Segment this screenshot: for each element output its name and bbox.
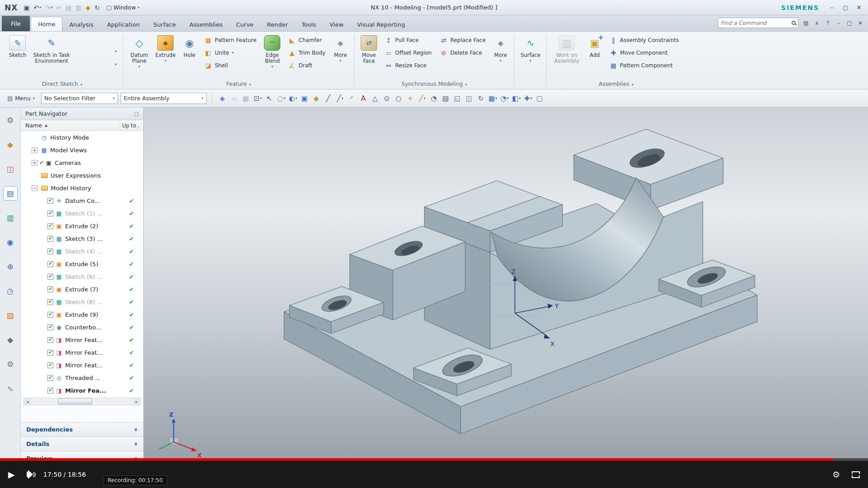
spline-tool-icon[interactable] (73, 59, 85, 70)
tree-item[interactable]: ▦ Sketch (4) ... ✔ (21, 245, 143, 258)
toolbar-icon[interactable]: ▱ (229, 92, 240, 104)
chevron-down-icon[interactable]: ▾ (113, 46, 119, 57)
resource-bar-icon[interactable]: ▨ (3, 308, 18, 323)
ribbon-tab[interactable]: Application (100, 18, 147, 31)
tree-item[interactable]: + ▦ Model Views (21, 144, 143, 156)
toolbar-icon[interactable]: ◔ (429, 92, 440, 104)
expand-toggle-icon[interactable] (39, 388, 45, 394)
toolbar-icon[interactable]: ◐▾ (288, 92, 299, 104)
visibility-checkbox[interactable] (47, 211, 53, 216)
toolbar-icon[interactable]: ✚▾ (523, 92, 534, 104)
column-header-up-to-date[interactable]: Up to . (120, 120, 143, 131)
toolbar-icon[interactable]: ▤ (440, 92, 452, 104)
sketch-button[interactable]: ✎ Sketch (5, 33, 31, 80)
toolbar-icon[interactable]: △ (370, 92, 381, 104)
toolbar-icon[interactable]: ▣ (299, 92, 311, 104)
extrude-button[interactable]: ◆ Extrude ▾ (153, 33, 178, 80)
3d-model-pillow-block[interactable]: Z Y X Z X (144, 108, 868, 458)
toolbar-icon[interactable]: ▦▾ (487, 92, 499, 104)
expand-toggle-icon[interactable] (39, 286, 45, 292)
volume-icon[interactable] (27, 472, 30, 477)
toolbar-icon[interactable]: ◫ (464, 92, 475, 104)
tree-item[interactable]: ▦ Sketch (6) ... ✔ (21, 270, 143, 283)
expand-toggle-icon[interactable] (32, 173, 38, 178)
toolbar-icon[interactable]: ◈ (217, 92, 228, 104)
ribbon-tab[interactable]: Analysis (62, 18, 100, 31)
toolbar-icon[interactable]: ⊙ (382, 92, 393, 104)
visibility-checkbox[interactable] (47, 274, 53, 280)
resource-bar-icon[interactable]: ◷ (3, 284, 18, 298)
ribbon-tab[interactable]: View (323, 18, 350, 31)
toolbar-icon[interactable]: ◆ (311, 92, 322, 104)
expand-toggle-icon[interactable] (39, 274, 45, 280)
ribbon-tab[interactable]: File (2, 16, 30, 31)
resource-bar-icon[interactable]: ▤ (3, 186, 18, 201)
column-header-name[interactable]: Name▲ (21, 122, 120, 129)
resource-bar-icon[interactable]: ◆ (3, 137, 18, 152)
expand-toggle-icon[interactable] (39, 350, 45, 356)
toolbar-icon[interactable]: ╱▾ (335, 92, 346, 104)
expand-toggle-icon[interactable]: + (32, 160, 38, 166)
ribbon-right-icon[interactable]: – (834, 19, 844, 28)
group-label-assemblies[interactable]: Assemblies (547, 80, 685, 89)
find-command-box[interactable] (718, 18, 798, 28)
toolbar-icon[interactable]: ↖ (264, 92, 275, 104)
tree-item[interactable]: ◨ Mirror Feat... ✔ (21, 346, 143, 359)
expand-toggle-icon[interactable] (39, 198, 45, 204)
surface-button[interactable]: ∿ Surface ▾ (518, 33, 543, 80)
visibility-checkbox[interactable] (47, 312, 53, 318)
scrollbar-thumb[interactable] (58, 399, 93, 404)
tree-item[interactable]: ◉ Counterbo... ✔ (21, 321, 143, 333)
tree-item[interactable]: ▦ Sketch (8) ... ✔ (21, 296, 143, 308)
toolbar-icon[interactable]: ○ (393, 92, 405, 104)
move-face-button[interactable]: ⇄ Move Face (358, 33, 380, 80)
tree-item[interactable]: + ✔ ▣ Cameras (21, 156, 143, 169)
tree-item[interactable]: ◷ History Mode (21, 131, 143, 144)
tree-item[interactable]: ▣ Extrude (7) ✔ (21, 283, 143, 296)
tree-item[interactable]: ▣ Extrude (5) ✔ (21, 258, 143, 270)
ribbon-tab[interactable]: Surface (146, 18, 183, 31)
quick-access-icon[interactable]: ▥ (74, 2, 83, 13)
resource-bar-icon[interactable]: ◉ (3, 235, 18, 249)
arc-tool-icon[interactable] (73, 46, 85, 57)
expand-toggle-icon[interactable] (39, 236, 45, 242)
toolbar-icon[interactable]: + (405, 92, 416, 104)
toolbar-icon[interactable]: ╱ (323, 92, 334, 104)
window-control-button[interactable]: – (826, 3, 838, 13)
visibility-checkbox[interactable] (47, 388, 53, 394)
ribbon-tab[interactable]: Tools (295, 18, 323, 31)
quick-access-icon[interactable]: ↶▾ (33, 2, 43, 13)
quick-access-icon[interactable]: ↻ (93, 2, 102, 13)
visibility-checkbox[interactable] (47, 249, 53, 254)
draft-button[interactable]: ∠Draft (286, 60, 327, 71)
move-component-button[interactable]: ✚Move Component (608, 47, 680, 58)
visibility-checkbox[interactable] (47, 261, 53, 267)
edge-blend-button[interactable]: ◠ Edge Blend ▾ (261, 33, 283, 80)
ribbon-right-icon[interactable]: ∧ (812, 19, 822, 28)
sketch-in-task-environment-button[interactable]: ✎ Sketch in Task Environment (32, 33, 71, 80)
replace-face-button[interactable]: ⇄Replace Face (438, 34, 487, 46)
scroll-left-icon[interactable]: ◂ (24, 398, 31, 405)
group-label-direct-sketch[interactable]: Direct Sketch (2, 80, 123, 89)
point-tool-icon[interactable] (99, 59, 111, 70)
tree-item[interactable]: ✛ Datum Co... ✔ (21, 194, 143, 207)
toolbar-icon[interactable]: ⊡▾ (252, 92, 264, 104)
visibility-checkbox[interactable] (47, 375, 53, 381)
toolbar-icon[interactable]: ▦ (241, 92, 252, 104)
horizontal-scrollbar[interactable]: ◂ ▸ (24, 398, 141, 405)
line-tool-icon[interactable] (99, 46, 111, 57)
ribbon-tab[interactable]: Home (31, 17, 62, 31)
expand-toggle-icon[interactable] (32, 135, 38, 141)
offset-region-button[interactable]: ▱Offset Region (383, 47, 434, 58)
resize-face-button[interactable]: ↔Resize Face (383, 60, 434, 71)
pull-face-button[interactable]: ↥Pull Face (383, 34, 434, 46)
expand-toggle-icon[interactable] (39, 312, 45, 318)
visibility-checkbox[interactable] (47, 236, 53, 242)
group-label-feature[interactable]: Feature (124, 80, 354, 89)
quick-access-icon[interactable]: ↷▾ (43, 2, 54, 13)
chamfer-button[interactable]: ◣Chamfer (286, 34, 327, 46)
tree-item[interactable]: ◨ Mirror Feat... ✔ (21, 333, 143, 346)
resource-bar-icon[interactable]: ◆ (3, 333, 18, 347)
unite-button[interactable]: ◧Unite▾ (203, 47, 258, 58)
chevron-down-icon[interactable]: ▾ (113, 59, 119, 70)
